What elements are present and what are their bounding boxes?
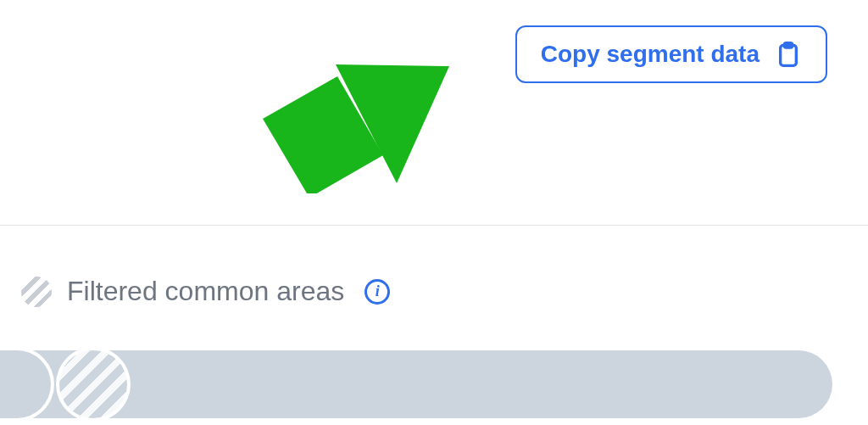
- callout-arrow-icon: [263, 41, 449, 193]
- segment-bar: [0, 350, 832, 418]
- svg-marker-3: [336, 64, 449, 183]
- copy-segment-data-label: Copy segment data: [541, 42, 760, 66]
- legend-row: Filtered common areas i: [21, 276, 390, 307]
- legend-label: Filtered common areas: [67, 276, 344, 307]
- svg-marker-2: [263, 76, 383, 193]
- clipboard-icon: [775, 41, 802, 68]
- info-icon[interactable]: i: [364, 279, 390, 305]
- section-divider: [0, 225, 868, 226]
- segment-bar-piece-2-hatched: [59, 350, 127, 418]
- copy-segment-data-button[interactable]: Copy segment data: [515, 25, 827, 83]
- hatched-swatch-icon: [21, 277, 52, 307]
